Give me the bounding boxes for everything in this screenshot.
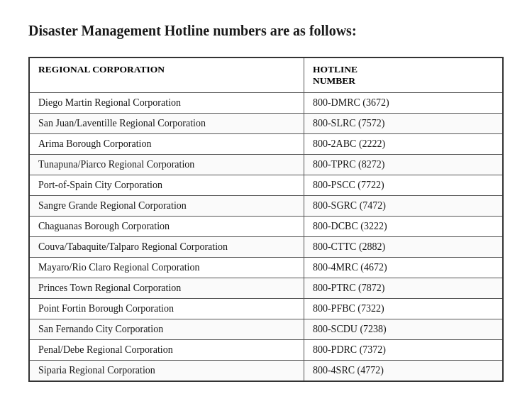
hotline-cell: 800-SCDU (7238): [304, 319, 503, 340]
table-row: Couva/Tabaquite/Talparo Regional Corpora…: [29, 237, 503, 258]
corporation-cell: Diego Martin Regional Corporation: [29, 93, 304, 114]
table-row: Chaguanas Borough Corporation800-DCBC (3…: [29, 217, 503, 237]
hotline-cell: 800-CTTC (2882): [304, 237, 503, 258]
table-row: Tunapuna/Piarco Regional Corporation800-…: [29, 155, 503, 175]
hotline-cell: 800-SGRC (7472): [304, 196, 503, 217]
table-row: Point Fortin Borough Corporation800-PFBC…: [29, 299, 503, 319]
corporation-cell: Sangre Grande Regional Corporation: [29, 196, 304, 217]
corporation-cell: Port-of-Spain City Corporation: [29, 175, 304, 196]
corporation-cell: Chaguanas Borough Corporation: [29, 217, 304, 237]
corporation-cell: Mayaro/Rio Claro Regional Corporation: [29, 258, 304, 278]
corporation-cell: Point Fortin Borough Corporation: [29, 299, 304, 319]
corporation-cell: Tunapuna/Piarco Regional Corporation: [29, 155, 304, 175]
corporation-cell: San Juan/Laventille Regional Corporation: [29, 114, 304, 134]
hotline-cell: 800-DCBC (3222): [304, 217, 503, 237]
corporation-cell: San Fernando City Corporation: [29, 319, 304, 340]
hotline-cell: 800-4MRC (4672): [304, 258, 503, 278]
corporation-cell: Arima Borough Corporation: [29, 134, 304, 155]
hotline-cell: 800-TPRC (8272): [304, 155, 503, 175]
table-row: Diego Martin Regional Corporation800-DMR…: [29, 93, 503, 114]
header-corporation: REGIONAL CORPORATION: [29, 58, 304, 93]
corporation-cell: Princes Town Regional Corporation: [29, 278, 304, 299]
hotline-cell: 800-PDRC (7372): [304, 340, 503, 361]
hotline-cell: 800-PFBC (7322): [304, 299, 503, 319]
table-row: Arima Borough Corporation800-2ABC (2222): [29, 134, 503, 155]
hotline-cell: 800-4SRC (4772): [304, 361, 503, 382]
hotline-cell: 800-DMRC (3672): [304, 93, 503, 114]
table-row: Penal/Debe Regional Corporation800-PDRC …: [29, 340, 503, 361]
table-row: Mayaro/Rio Claro Regional Corporation800…: [29, 258, 503, 278]
table-row: San Juan/Laventille Regional Corporation…: [29, 114, 503, 134]
hotline-table: REGIONAL CORPORATION HOTLINENUMBER Diego…: [28, 57, 504, 382]
corporation-cell: Penal/Debe Regional Corporation: [29, 340, 304, 361]
table-row: San Fernando City Corporation800-SCDU (7…: [29, 319, 503, 340]
hotline-cell: 800-SLRC (7572): [304, 114, 503, 134]
hotline-cell: 800-PSCC (7722): [304, 175, 503, 196]
table-row: Sangre Grande Regional Corporation800-SG…: [29, 196, 503, 217]
table-row: Princes Town Regional Corporation800-PTR…: [29, 278, 503, 299]
header-hotline: HOTLINENUMBER: [304, 58, 503, 93]
corporation-cell: Siparia Regional Corporation: [29, 361, 304, 382]
hotline-cell: 800-PTRC (7872): [304, 278, 503, 299]
table-row: Port-of-Spain City Corporation800-PSCC (…: [29, 175, 503, 196]
hotline-cell: 800-2ABC (2222): [304, 134, 503, 155]
table-row: Siparia Regional Corporation800-4SRC (47…: [29, 361, 503, 382]
page-title: Disaster Management Hotline numbers are …: [28, 21, 504, 40]
corporation-cell: Couva/Tabaquite/Talparo Regional Corpora…: [29, 237, 304, 258]
